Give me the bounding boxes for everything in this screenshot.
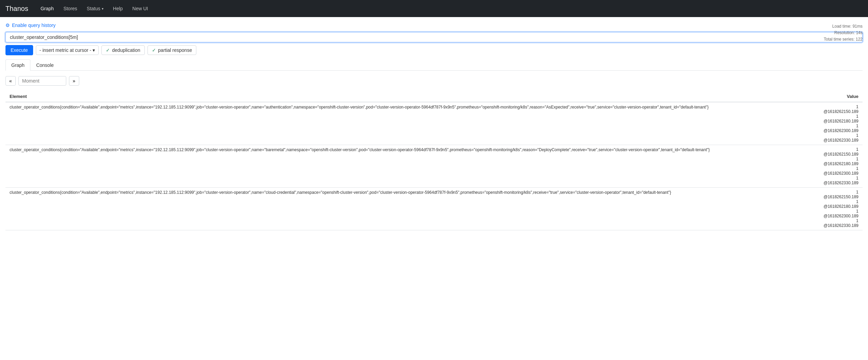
tab-console[interactable]: Console <box>30 59 59 71</box>
table-row: cluster_operator_conditions{condition="A… <box>5 102 863 145</box>
partial-response-button[interactable]: ✓ partial response <box>148 45 197 55</box>
value-column-header: Value <box>813 91 863 102</box>
load-time: Load time: 91ms <box>824 23 863 30</box>
chevron-down-icon: ▾ <box>102 7 103 11</box>
value-cell: 1 @1618262150.189 1 @1618262180.189 1 @1… <box>813 188 863 230</box>
nav-help[interactable]: Help <box>109 3 127 14</box>
tab-graph[interactable]: Graph <box>5 59 30 71</box>
gear-icon: ⚙ <box>5 23 10 28</box>
nav-new-ui[interactable]: New UI <box>128 3 152 14</box>
tabs: Graph Console <box>5 59 863 71</box>
main-content: Load time: 91ms Resolution: 14s Total ti… <box>0 17 868 236</box>
graph-controls: « » <box>5 76 863 86</box>
check-icon: ✓ <box>106 47 110 53</box>
table-header-row: Element Value <box>5 91 863 102</box>
element-column-header: Element <box>5 91 813 102</box>
toolbar: Execute - insert metric at cursor - ▾ ✓ … <box>5 45 863 55</box>
check-icon: ✓ <box>152 47 156 53</box>
query-row <box>5 32 863 42</box>
next-button[interactable]: » <box>69 76 79 86</box>
element-cell: cluster_operator_conditions{condition="A… <box>5 188 813 230</box>
chevron-down-icon: ▾ <box>93 47 95 53</box>
value-cell: 1 @1618262150.189 1 @1618262180.189 1 @1… <box>813 102 863 145</box>
insert-metric-label: - insert metric at cursor - <box>40 47 92 53</box>
deduplication-button[interactable]: ✓ deduplication <box>101 45 145 55</box>
element-cell: cluster_operator_conditions{condition="A… <box>5 145 813 188</box>
table-row: cluster_operator_conditions{condition="A… <box>5 188 863 230</box>
nav-graph[interactable]: Graph <box>37 3 58 14</box>
value-cell: 1 @1618262150.189 1 @1618262180.189 1 @1… <box>813 145 863 188</box>
brand-logo[interactable]: Thanos <box>5 5 28 13</box>
enable-query-history[interactable]: ⚙ Enable query history <box>5 23 863 28</box>
nav-status[interactable]: Status ▾ <box>83 3 108 14</box>
table-row: cluster_operator_conditions{condition="A… <box>5 145 863 188</box>
insert-metric-dropdown[interactable]: - insert metric at cursor - ▾ <box>36 45 99 55</box>
result-table: Element Value cluster_operator_condition… <box>5 91 863 230</box>
nav-links: Graph Stores Status ▾ Help New UI <box>37 3 152 14</box>
navbar: Thanos Graph Stores Status ▾ Help New UI <box>0 0 868 17</box>
nav-stores[interactable]: Stores <box>59 3 81 14</box>
moment-input[interactable] <box>18 76 66 86</box>
total-series: Total time series: 122 <box>824 36 863 43</box>
element-cell: cluster_operator_conditions{condition="A… <box>5 102 813 145</box>
prev-button[interactable]: « <box>5 76 16 86</box>
meta-info: Load time: 91ms Resolution: 14s Total ti… <box>824 23 863 43</box>
query-input[interactable] <box>5 32 863 42</box>
resolution: Resolution: 14s <box>824 30 863 36</box>
execute-button[interactable]: Execute <box>5 45 33 55</box>
